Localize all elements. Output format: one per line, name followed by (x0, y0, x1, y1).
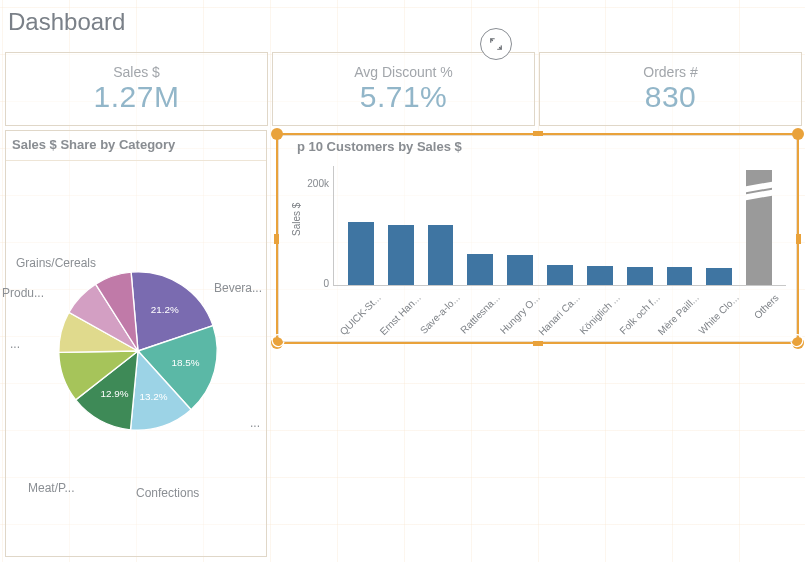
kpi-value: 830 (645, 80, 697, 114)
pie-panel-title: Sales $ Share by Category (6, 131, 266, 161)
bar-panel-title: p 10 Customers by Sales $ (297, 139, 462, 154)
pie-slice-pct: 21.2% (151, 304, 179, 315)
bar[interactable] (507, 255, 533, 285)
bar[interactable] (587, 266, 613, 285)
bar[interactable] (388, 225, 414, 285)
pie-ext-label: ... (250, 416, 260, 430)
kpi-title: Avg Discount % (354, 64, 453, 80)
pie-chart: 21.2%18.5%13.2%12.9% (48, 261, 228, 441)
expand-icon (489, 37, 503, 51)
bar-plot (333, 166, 786, 286)
bar[interactable] (627, 267, 653, 285)
pie-ext-label: Meat/P... (28, 481, 74, 495)
pie-slice-pct: 12.9% (100, 388, 128, 399)
bar[interactable] (428, 225, 454, 285)
kpi-value: 5.71% (360, 80, 448, 114)
pie-ext-label: ... (10, 337, 20, 351)
pie-ext-label: Grains/Cereals (16, 256, 96, 270)
kpi-title: Orders # (643, 64, 697, 80)
kpi-value: 1.27M (94, 80, 180, 114)
kpi-title: Sales $ (113, 64, 160, 80)
kpi-card-orders[interactable]: Orders # 830 (539, 52, 802, 126)
y-axis-label: Sales $ (291, 203, 302, 236)
kpi-row: Sales $ 1.27M Avg Discount % 5.71% Order… (5, 52, 802, 126)
bar-panel-wrapper[interactable]: p 10 Customers by Sales $ Sales $ 0 200k… (273, 130, 802, 347)
pie-ext-label: Produ... (2, 286, 44, 300)
bar[interactable] (706, 268, 732, 285)
bar[interactable] (467, 254, 493, 285)
pie-panel[interactable]: Sales $ Share by Category 21.2%18.5%13.2… (5, 130, 267, 557)
y-tick: 0 (299, 278, 329, 289)
pie-slice-pct: 18.5% (172, 357, 200, 368)
kpi-card-sales[interactable]: Sales $ 1.27M (5, 52, 268, 126)
bar-panel: p 10 Customers by Sales $ Sales $ 0 200k… (278, 135, 797, 342)
bar[interactable] (746, 170, 772, 285)
y-tick: 200k (299, 178, 329, 189)
pie-area: 21.2%18.5%13.2%12.9% Bevera... ... Confe… (6, 161, 266, 531)
bar[interactable] (547, 265, 573, 285)
expand-button[interactable] (480, 28, 512, 60)
pie-slice-pct: 13.2% (139, 391, 167, 402)
pie-ext-label: Bevera... (214, 281, 262, 295)
bar-chart: Sales $ 0 200k QUICK-St...Ernst Han...Sa… (297, 158, 790, 335)
bar[interactable] (348, 222, 374, 285)
kpi-card-discount[interactable]: Avg Discount % 5.71% (272, 52, 535, 126)
page-title: Dashboard (8, 8, 125, 36)
bar[interactable] (667, 267, 693, 285)
pie-ext-label: Confections (136, 486, 199, 500)
